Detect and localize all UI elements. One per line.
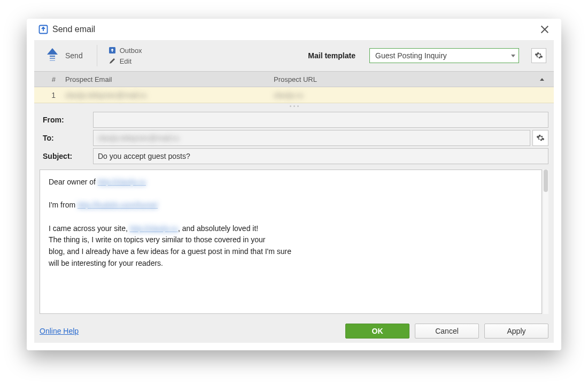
- chevron-down-icon: [511, 55, 515, 57]
- prospect-url-link: http://clavijo.ru: [98, 178, 146, 186]
- toolbar-separator: [97, 45, 97, 66]
- send-label: Send: [65, 51, 83, 60]
- online-help-link[interactable]: Online Help: [40, 327, 79, 335]
- subject-label: Subject:: [40, 152, 93, 160]
- subject-input[interactable]: [93, 148, 548, 164]
- row-separator: [34, 103, 554, 109]
- svg-rect-1: [50, 56, 55, 57]
- send-arrow-icon: [45, 47, 60, 64]
- row-prospect-url: clavijo.ru: [269, 91, 554, 99]
- close-icon[interactable]: [540, 25, 550, 34]
- column-prospect-url[interactable]: Prospect URL: [269, 75, 554, 83]
- workarea: Send Outbox: [34, 40, 554, 343]
- email-form: From: To: clavijo.telepnev@mail.ru Subje…: [34, 109, 554, 319]
- table-row[interactable]: 1 clavijo.telepnev@mail.ru clavijo.ru: [34, 87, 554, 103]
- send-email-dialog: Send email Send: [27, 19, 561, 350]
- titlebar: Send email: [27, 19, 561, 40]
- body-scrollbar[interactable]: [543, 170, 548, 314]
- gear-icon: [535, 51, 543, 60]
- to-settings-button[interactable]: [532, 130, 548, 146]
- mail-template-label: Mail template: [308, 51, 355, 60]
- cancel-button[interactable]: Cancel: [415, 324, 479, 339]
- outbox-label: Outbox: [120, 47, 142, 55]
- dialog-title: Send email: [52, 25, 540, 34]
- to-input[interactable]: clavijo.telepnev@mail.ru: [93, 130, 530, 146]
- prospect-url-link: http://clavijo.ru: [130, 224, 178, 233]
- column-number[interactable]: #: [34, 75, 61, 83]
- from-input[interactable]: [93, 112, 548, 128]
- dialog-footer: Online Help OK Cancel Apply: [34, 319, 554, 343]
- edit-button[interactable]: Edit: [108, 57, 142, 65]
- edit-icon: [108, 57, 117, 65]
- to-label: To:: [40, 134, 93, 142]
- svg-rect-2: [50, 58, 55, 59]
- gear-icon: [536, 134, 545, 142]
- from-label: From:: [40, 116, 93, 124]
- ok-button[interactable]: OK: [345, 324, 409, 339]
- column-prospect-email[interactable]: Prospect Email: [61, 75, 269, 83]
- outbox-button[interactable]: Outbox: [108, 46, 142, 55]
- mail-template-selected: Guest Posting Inquiry: [375, 51, 447, 60]
- send-button[interactable]: Send: [42, 45, 86, 66]
- template-settings-button[interactable]: [531, 48, 546, 63]
- edit-label: Edit: [120, 57, 131, 65]
- sender-url-link: http://hudoln.com/home/: [78, 201, 158, 209]
- row-prospect-email: clavijo.telepnev@mail.ru: [61, 91, 269, 99]
- row-number: 1: [34, 91, 61, 99]
- prospects-table-header: # Prospect Email Prospect URL: [34, 71, 554, 87]
- toolbar-secondary-actions: Outbox Edit: [108, 46, 142, 65]
- mail-template-select[interactable]: Guest Posting Inquiry: [369, 48, 519, 63]
- svg-rect-3: [50, 60, 55, 61]
- email-body-editor[interactable]: Dear owner of http://clavijo.ru I'm from…: [40, 170, 542, 314]
- sort-asc-icon: [540, 78, 544, 81]
- apply-button[interactable]: Apply: [484, 324, 548, 339]
- send-email-icon: [38, 25, 48, 34]
- toolbar: Send Outbox: [34, 40, 554, 71]
- outbox-icon: [108, 46, 117, 55]
